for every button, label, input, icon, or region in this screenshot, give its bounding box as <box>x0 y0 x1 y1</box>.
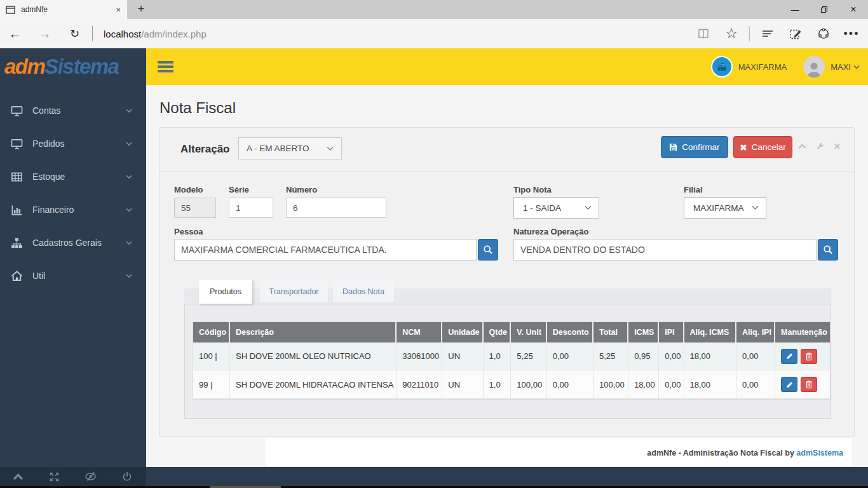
modelo-label: Modelo <box>174 185 203 194</box>
remove-icon[interactable]: ✕ <box>834 142 841 151</box>
browser-tab[interactable]: admNfe × <box>0 0 127 19</box>
serie-field[interactable]: 1 <box>229 198 273 218</box>
sidebar-item-financeiro[interactable]: Financeiro <box>0 193 146 226</box>
web-note-icon[interactable] <box>783 24 808 44</box>
column-header: Aliq. IPI <box>736 322 775 342</box>
chevron-up-icon[interactable] <box>13 473 24 480</box>
new-tab-button[interactable]: + <box>127 0 155 19</box>
share-icon[interactable] <box>811 24 836 44</box>
screen: admNfe × + — × ← → ↻ localhost/adm/index… <box>0 0 868 488</box>
table-cell: 5,25 <box>511 342 546 370</box>
refresh-icon[interactable]: ↻ <box>60 27 90 41</box>
pessoa-field[interactable]: MAXIFARMA COMERCIAL FARMACEUTICA LTDA. <box>174 239 477 261</box>
row-actions <box>775 370 830 399</box>
table-cell: 33061000 <box>397 342 442 370</box>
sidebar-item-contas[interactable]: Contas <box>0 94 146 127</box>
delete-row-button[interactable] <box>801 349 817 364</box>
nota-fiscal-panel: Alteração A - EM ABERTO Confirmar ✖ Canc… <box>159 127 855 437</box>
tab-produtos[interactable]: Produtos <box>199 280 252 304</box>
close-button[interactable]: × <box>839 0 868 19</box>
table-cell: 100 | <box>193 342 230 370</box>
home-icon <box>11 270 23 282</box>
reading-view-icon <box>691 24 716 44</box>
back-icon[interactable]: ← <box>0 27 30 41</box>
chevron-down-icon <box>126 274 132 278</box>
sidebar: ContasPedidosEstoqueFinanceiroCadastros … <box>0 85 146 467</box>
confirm-button[interactable]: Confirmar <box>661 136 728 158</box>
cancel-button[interactable]: ✖ Cancelar <box>733 136 792 158</box>
hub-icon[interactable] <box>755 24 780 44</box>
edit-row-button[interactable] <box>781 377 797 392</box>
user-name: MAXI <box>831 62 851 72</box>
tipo-nota-select[interactable]: 1 - SAIDA <box>513 197 599 219</box>
tab-close-icon[interactable]: × <box>116 5 121 15</box>
toolbar-right-icons: ☆ ••• <box>691 24 864 44</box>
app-logo: admSistema <box>0 48 146 85</box>
status-select[interactable]: A - EM ABERTO <box>238 137 342 159</box>
column-header: Qtde <box>484 322 512 342</box>
table-cell: 0,00 <box>659 370 684 399</box>
restore-button[interactable] <box>810 0 839 19</box>
mode-label: Alteração <box>180 143 229 156</box>
edit-row-button[interactable] <box>781 349 797 364</box>
company-badge-icon[interactable] <box>711 56 733 78</box>
fullscreen-icon[interactable] <box>49 471 60 482</box>
page-title: Nota Fiscal <box>159 99 855 117</box>
column-header: IPI <box>659 322 684 342</box>
sidebar-item-util[interactable]: Util <box>0 259 146 292</box>
numero-field[interactable]: 6 <box>286 198 386 218</box>
table-cell: 18,00 <box>684 342 737 370</box>
bar-chart-icon <box>11 204 23 216</box>
table-cell: 0,00 <box>736 342 775 370</box>
tab-dados-nota[interactable]: Dados Nota <box>333 281 394 302</box>
hamburger-menu-icon[interactable] <box>158 61 173 72</box>
column-header: Aliq. ICMS <box>684 322 737 342</box>
delete-row-button[interactable] <box>801 377 817 392</box>
products-table: CódigoDescriçãoNCMUnidadeQtdeV. UnitDesc… <box>193 322 831 400</box>
minimize-button[interactable]: — <box>780 0 810 19</box>
user-avatar[interactable] <box>803 56 825 78</box>
column-header: Unidade <box>442 322 483 342</box>
filial-select[interactable]: MAXIFARMA <box>684 197 766 219</box>
search-icon <box>483 245 493 255</box>
footer-text: admNfe - Administração Nota Fiscal by <box>647 449 796 458</box>
products-tab-pane: CódigoDescriçãoNCMUnidadeQtdeV. UnitDesc… <box>184 304 831 419</box>
column-header: Descrição <box>230 322 397 342</box>
pessoa-search-button[interactable] <box>478 239 498 261</box>
app-topbar: MAXIFARMA MAXI <box>146 48 868 85</box>
natureza-label: Natureza Operação <box>513 227 589 236</box>
favorites-star-icon[interactable]: ☆ <box>719 24 744 44</box>
sidebar-item-cadastros-gerais[interactable]: Cadastros Gerais <box>0 226 146 259</box>
sidebar-item-label: Financeiro <box>32 205 74 215</box>
tipo-nota-label: Tipo Nota <box>513 185 552 194</box>
forward-icon: → <box>30 27 60 41</box>
power-icon[interactable] <box>122 471 132 482</box>
sidebar-item-pedidos[interactable]: Pedidos <box>0 127 146 160</box>
sidebar-item-label: Util <box>32 271 45 281</box>
chevron-down-icon <box>752 205 759 210</box>
wrench-icon[interactable] <box>816 142 824 151</box>
natureza-search-button[interactable] <box>818 239 838 261</box>
table-row: 100 |SH DOVE 200ML OLEO NUTRICAO33061000… <box>193 342 830 370</box>
save-icon <box>669 143 677 151</box>
column-header: Manutenção <box>775 322 830 342</box>
serie-label: Série <box>229 185 249 194</box>
table-cell: 99 | <box>193 370 230 399</box>
sidebar-item-estoque[interactable]: Estoque <box>0 160 146 193</box>
sidebar-item-label: Contas <box>32 105 60 116</box>
collapse-icon[interactable] <box>798 144 806 149</box>
table-cell: UN <box>442 342 483 370</box>
user-menu-caret-icon[interactable] <box>853 65 860 69</box>
tab-transportador[interactable]: Transportador <box>260 281 328 302</box>
status-strip <box>146 467 868 486</box>
chevron-down-icon <box>126 109 132 113</box>
eye-slash-icon[interactable] <box>85 471 97 482</box>
table-cell: 0,00 <box>736 370 775 399</box>
natureza-field[interactable]: VENDA DENTRO DO ESTADO <box>513 239 817 261</box>
more-options-icon[interactable]: ••• <box>839 24 864 44</box>
address-bar[interactable]: localhost/adm/index.php <box>104 29 207 39</box>
sidebar-item-label: Cadastros Gerais <box>32 238 102 248</box>
footer-link[interactable]: admSistema <box>796 449 843 458</box>
chevron-down-icon <box>126 142 132 146</box>
numero-label: Número <box>286 185 317 194</box>
